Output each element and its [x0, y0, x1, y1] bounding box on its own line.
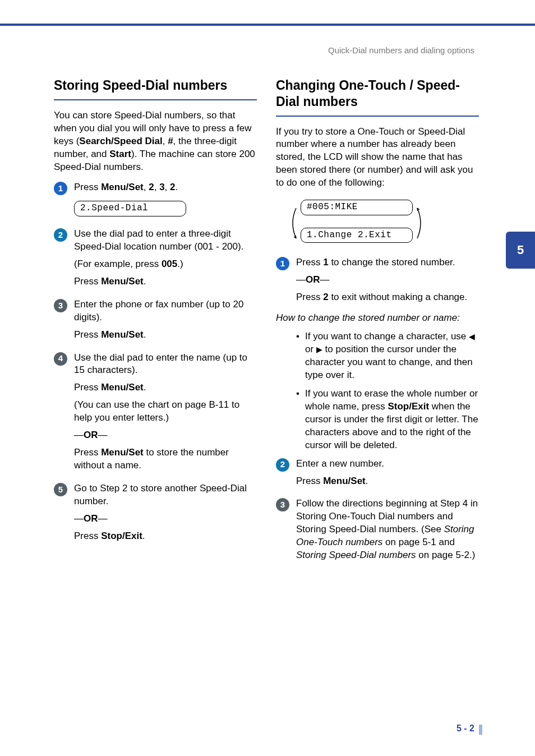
- step-2-body: Use the dial pad to enter a three-digit …: [74, 228, 257, 293]
- intro-right: If you try to store a One-Touch or Speed…: [276, 126, 479, 190]
- step-badge-1: 1: [54, 182, 67, 195]
- lcd-stack: #005:MIKE 1.Change 2.Exit: [288, 197, 479, 248]
- bullet-erase: If you want to erase the whole number or…: [296, 388, 479, 452]
- r-step-badge-2: 2: [276, 458, 289, 472]
- chapter-number: 5: [517, 242, 524, 259]
- howto-label: How to change the stored number or name:: [276, 312, 479, 325]
- step-2: 2 Use the dial pad to enter a three-digi…: [54, 228, 257, 293]
- top-rule: [0, 24, 535, 26]
- step-badge-5: 5: [54, 483, 67, 496]
- r-step-1: 1 Press 1 to change the stored number. —…: [276, 256, 479, 308]
- step-badge-4: 4: [54, 352, 67, 366]
- running-header: Quick-Dial numbers and dialing options: [328, 45, 474, 56]
- cycle-arrow-right-icon: [416, 206, 425, 241]
- step-1: 1 Press Menu/Set, 2, 3, 2. 2.Speed-Dial: [54, 181, 257, 222]
- r-step-2-body: Enter a new number. Press Menu/Set.: [296, 458, 479, 492]
- right-column: Changing One-Touch / Speed-Dial numbers …: [276, 77, 479, 570]
- step-1-body: Press Menu/Set, 2, 3, 2. 2.Speed-Dial: [74, 181, 257, 222]
- step-badge-3: 3: [54, 299, 67, 312]
- r-step-1-body: Press 1 to change the stored number. —OR…: [296, 256, 479, 308]
- step-5-body: Go to Step 2 to store another Speed-Dial…: [74, 482, 257, 547]
- step-4-body: Use the dial pad to enter the name (up t…: [74, 352, 257, 477]
- step-badge-2: 2: [54, 228, 67, 242]
- step-5: 5 Go to Step 2 to store another Speed-Di…: [54, 482, 257, 547]
- heading-changing-numbers: Changing One-Touch / Speed-Dial numbers: [276, 77, 479, 117]
- page-number-bar: [479, 725, 482, 735]
- r-step-badge-3: 3: [276, 498, 289, 511]
- left-arrow-icon: ◀: [469, 332, 475, 341]
- heading-storing-speed-dial: Storing Speed-Dial numbers: [54, 77, 257, 100]
- right-arrow-icon: ▶: [316, 345, 322, 354]
- r-step-3-body: Follow the directions beginning at Step …: [296, 497, 479, 566]
- chapter-tab: 5: [506, 232, 535, 269]
- content-columns: Storing Speed-Dial numbers You can store…: [54, 77, 479, 570]
- step-3: 3 Enter the phone or fax number (up to 2…: [54, 298, 257, 346]
- cycle-arrow-left-icon: [288, 206, 297, 241]
- lcd-entry-name: #005:MIKE: [301, 200, 413, 215]
- r-step-badge-1: 1: [276, 257, 289, 270]
- page-number: 5 - 2: [456, 722, 474, 735]
- howto-bullets: If you want to change a character, use ◀…: [296, 330, 479, 451]
- lcd-speed-dial: 2.Speed-Dial: [74, 201, 186, 216]
- r-step-3: 3 Follow the directions beginning at Ste…: [276, 497, 479, 566]
- step-3-body: Enter the phone or fax number (up to 20 …: [74, 298, 257, 346]
- intro-paragraph: You can store Speed-Dial numbers, so tha…: [54, 109, 257, 174]
- left-column: Storing Speed-Dial numbers You can store…: [54, 77, 257, 570]
- step-4: 4 Use the dial pad to enter the name (up…: [54, 352, 257, 477]
- lcd-change-exit: 1.Change 2.Exit: [301, 228, 413, 243]
- r-step-2: 2 Enter a new number. Press Menu/Set.: [276, 458, 479, 492]
- bullet-change-char: If you want to change a character, use ◀…: [296, 330, 479, 382]
